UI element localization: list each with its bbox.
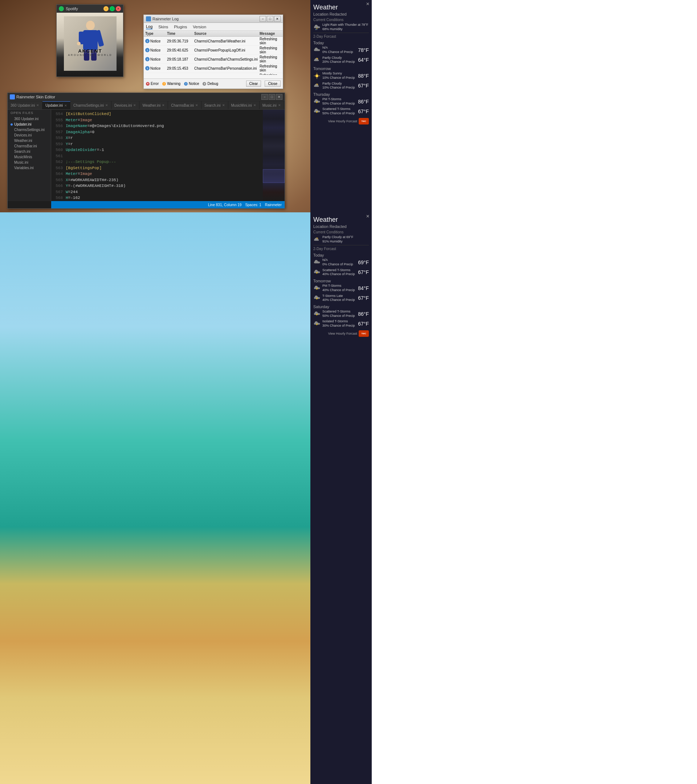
editor-tab-close-charmsbar[interactable]: ✕ bbox=[195, 104, 198, 107]
weather-tomorrow-row1-bottom: PM T-Storms 40% Chance of Precip 84°F bbox=[313, 284, 369, 292]
log-close-button[interactable]: Close bbox=[265, 81, 281, 87]
editor-tab-musicmini[interactable]: MusicMini.ini ✕ bbox=[228, 101, 260, 109]
sidebar-item-charmssettings[interactable]: CharmsSettings.ini bbox=[8, 127, 51, 132]
sidebar-item-updater[interactable]: Updater.ini bbox=[8, 122, 51, 127]
spotify-maximize-button[interactable]: □ bbox=[110, 6, 115, 11]
sidebar-dot bbox=[10, 151, 13, 153]
weather-current-row-bottom: Partly Cloudy at 69°F 91% Humidity bbox=[313, 235, 369, 244]
weather-partly-cloudy-icon2 bbox=[313, 82, 321, 89]
weather-today-row2-bottom: Scattered T-Storms 40% Chance of Precip … bbox=[313, 268, 369, 277]
sidebar-item-360updater[interactable]: 360 Updater.ini bbox=[8, 116, 51, 122]
notice-icon: i bbox=[145, 48, 150, 52]
weather-tomorrow-temp1-top: 88°F bbox=[358, 73, 369, 79]
editor-title: Rainmeter Skin Editor bbox=[16, 95, 261, 99]
editor-tab-close-weather[interactable]: ✕ bbox=[162, 104, 165, 107]
sidebar-dot bbox=[10, 140, 13, 142]
log-menu-log[interactable]: Log bbox=[146, 24, 152, 30]
sidebar-item-search[interactable]: Search.ini bbox=[8, 149, 51, 154]
editor-tab-360updater[interactable]: 360 Updater.ini ✕ bbox=[8, 101, 43, 109]
log-row: i Notice 29:05:40.625 Charms\PowerPopup\… bbox=[144, 46, 283, 55]
editor-tab-close-charmssettings[interactable]: ✕ bbox=[105, 104, 108, 107]
spotify-window: Spotify − □ ✕ AKCENT AROUND THE WORLD bbox=[56, 4, 124, 77]
editor-tab-search[interactable]: Search.ini ✕ bbox=[201, 101, 228, 109]
log-filter-debug[interactable]: d Debug bbox=[203, 82, 218, 86]
sidebar-item-music[interactable]: Music.ini bbox=[8, 160, 51, 165]
spotify-close-button[interactable]: ✕ bbox=[116, 6, 121, 11]
weather-title-bottom: Weather bbox=[313, 216, 369, 224]
editor-tab-close-devices[interactable]: ✕ bbox=[133, 104, 136, 107]
svg-line-0 bbox=[315, 29, 316, 30]
editor-tab-charmsbar[interactable]: CharmsBar.ini ✕ bbox=[168, 101, 201, 109]
weather-today-row1-top: N/A 0% Chance of Precip 78°F bbox=[313, 46, 369, 54]
debug-filter-icon: d bbox=[203, 82, 206, 86]
sidebar-item-devices[interactable]: Devices.ini bbox=[8, 132, 51, 138]
sidebar-dot bbox=[10, 156, 13, 158]
weather-current-desc-top: Light Rain with Thunder at 78°F 68% Humi… bbox=[322, 23, 369, 31]
editor-tab-charmssettings[interactable]: CharmsSettings.ini ✕ bbox=[71, 101, 112, 109]
artist-figure-svg bbox=[76, 20, 105, 64]
log-close-button[interactable]: ✕ bbox=[274, 16, 281, 22]
editor-tab-weather[interactable]: Weather.ini ✕ bbox=[139, 101, 168, 109]
editor-tab-variables[interactable]: Variables.ini ✕ bbox=[284, 101, 285, 109]
weather-today-label-bottom: Today bbox=[313, 253, 369, 257]
spotify-titlebar: Spotify − □ ✕ bbox=[57, 5, 123, 13]
editor-minimize-button[interactable]: − bbox=[261, 94, 268, 100]
minimap-viewport bbox=[263, 169, 285, 183]
sidebar-item-charmsbar[interactable]: CharmsBar.ini bbox=[8, 143, 51, 149]
weather-na-icon bbox=[313, 46, 321, 54]
view-hourly-btn-top[interactable]: View Hourly Forcast TWC bbox=[313, 118, 369, 125]
editor-tab-close-updater[interactable]: ✕ bbox=[64, 104, 67, 107]
svg-rect-11 bbox=[83, 30, 98, 50]
log-menu-skins[interactable]: Skins bbox=[158, 25, 168, 29]
editor-sidebar: OPEN FILES 360 Updater.ini Updater.ini C… bbox=[8, 110, 51, 201]
log-menu-plugins[interactable]: Plugins bbox=[174, 25, 187, 29]
log-minimize-button[interactable]: − bbox=[260, 16, 266, 22]
editor-tab-close-musicmini[interactable]: ✕ bbox=[254, 104, 256, 107]
editor-close-button[interactable]: ✕ bbox=[276, 94, 282, 100]
weather-location-bottom: Location Redacted bbox=[313, 224, 369, 229]
editor-tab-close-search[interactable]: ✕ bbox=[222, 104, 225, 107]
weather-close-button-bottom[interactable]: ✕ bbox=[366, 214, 369, 219]
weather-tomorrow-row1-top: Mostly Sunny 10% Chance of Precip 88°F bbox=[313, 71, 369, 80]
log-row: i Notice 29:05:15.453 Charms\CharmsBar\P… bbox=[144, 64, 283, 73]
sidebar-dot bbox=[10, 145, 13, 147]
editor-tab-close-music[interactable]: ✕ bbox=[278, 104, 281, 107]
log-maximize-button[interactable]: □ bbox=[267, 16, 274, 22]
log-clear-button[interactable]: Clear bbox=[246, 81, 261, 87]
weather-tomorrow-label-bottom: Tomorrow bbox=[313, 279, 369, 283]
view-hourly-btn-bottom[interactable]: View Hourly Forcast TWC bbox=[313, 330, 369, 337]
weather-storm-icon2 bbox=[313, 108, 321, 115]
editor-tab-updater[interactable]: Updater.ini ✕ bbox=[43, 101, 71, 109]
weather-current-desc-bottom: Partly Cloudy at 69°F 91% Humidity bbox=[322, 235, 369, 244]
spotify-minimize-button[interactable]: − bbox=[104, 6, 109, 11]
editor-statusbar: Line 831, Column 19 Spaces: 1 Rainmeter bbox=[51, 201, 285, 208]
weather-partly-cloudy-icon-bottom bbox=[313, 236, 321, 243]
sidebar-item-variables[interactable]: Variables.ini bbox=[8, 165, 51, 171]
editor-tab-close-360updater[interactable]: ✕ bbox=[36, 104, 39, 107]
weather-partly-cloudy-icon1 bbox=[313, 56, 321, 64]
sidebar-dot-active bbox=[10, 124, 13, 125]
log-filter-notice[interactable]: i Notice bbox=[184, 82, 199, 86]
log-row: i Notice 29:05:18.187 Charms\CharmsBar\C… bbox=[144, 55, 283, 64]
log-filter-warning[interactable]: ! Warning bbox=[162, 82, 180, 86]
sidebar-dot bbox=[10, 134, 13, 137]
sidebar-item-musicminis[interactable]: MusicMinis bbox=[8, 154, 51, 160]
log-col-source: Source bbox=[194, 31, 260, 36]
editor-line-col: Line 831, Column 19 bbox=[208, 203, 241, 207]
log-table-body[interactable]: i Notice 29:05:36.719 Charms\CharmsBar\W… bbox=[144, 37, 283, 75]
editor-tab-music[interactable]: Music.ini ✕ bbox=[260, 101, 284, 109]
weather-close-button[interactable]: ✕ bbox=[366, 2, 369, 7]
editor-tab-devices[interactable]: Devices.ini ✕ bbox=[112, 101, 139, 109]
weather-channel-logo-bottom: TWC bbox=[359, 330, 369, 337]
weather-storm-icon-bottom5 bbox=[313, 320, 321, 328]
editor-maximize-button[interactable]: □ bbox=[269, 94, 275, 100]
log-filter-error[interactable]: ✕ Error bbox=[146, 82, 159, 86]
notice-icon: i bbox=[145, 66, 150, 71]
sidebar-item-weather[interactable]: Weather.ini bbox=[8, 138, 51, 143]
weather-today-temp1-bottom: 69°F bbox=[358, 260, 369, 265]
weather-tomorrow-label-top: Tomorrow bbox=[313, 66, 369, 71]
log-menu-version[interactable]: Version bbox=[193, 25, 206, 29]
code-content: 554[ExitButtonClicked] 555Meter=Image 55… bbox=[51, 110, 263, 201]
editor-app-icon bbox=[10, 94, 15, 99]
editor-code-area[interactable]: 554[ExitButtonClicked] 555Meter=Image 55… bbox=[51, 110, 263, 201]
